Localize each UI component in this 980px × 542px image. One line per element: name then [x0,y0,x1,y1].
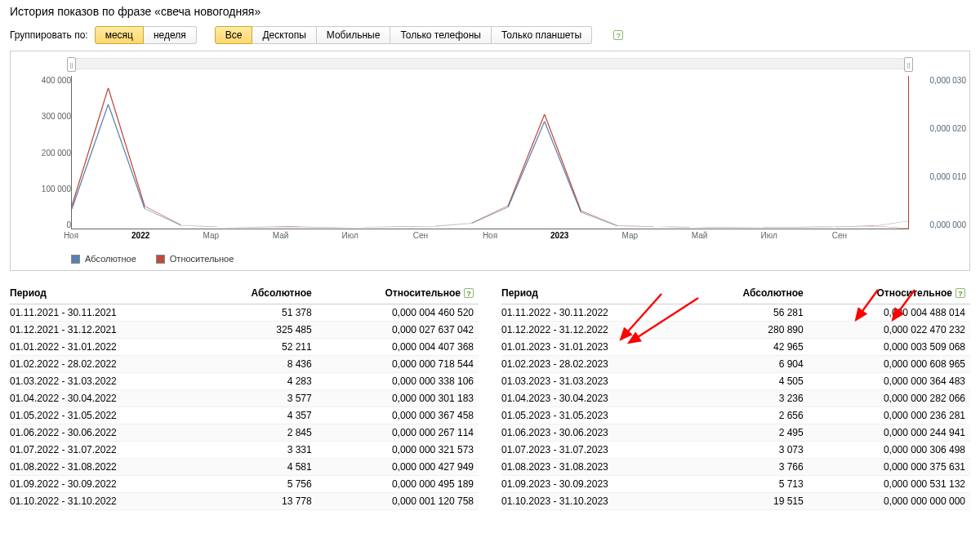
cell-absolute: 19 515 [695,493,808,510]
y-axis-right: 0,000 0300,000 0200,000 0100,000 000 [909,76,966,229]
cell-relative: 0,000 000 375 631 [808,459,970,476]
cell-period: 01.07.2022 - 31.07.2022 [10,442,203,459]
cell-relative: 0,000 004 407 368 [317,339,479,356]
table-row: 01.11.2022 - 30.11.202256 2810,000 004 4… [501,304,970,322]
cell-relative: 0,000 000 427 949 [317,459,479,476]
scrubber-handle-left[interactable]: || [67,57,76,72]
range-scrubber[interactable]: || || [71,58,909,69]
cell-relative: 0,000 027 637 042 [317,322,479,339]
table-row: 01.07.2022 - 31.07.20223 3310,000 000 32… [10,442,479,459]
cell-absolute: 51 378 [203,304,317,322]
cell-absolute: 2 656 [695,407,808,424]
help-icon[interactable]: ? [464,288,474,298]
help-icon[interactable]: ? [956,288,965,298]
controls-bar: Группировать по: месяцнеделя ВсеДесктопы… [0,26,980,51]
table-row: 01.05.2022 - 31.05.20224 3570,000 000 36… [10,407,479,424]
cell-absolute: 325 485 [203,322,317,339]
table-row: 01.08.2022 - 31.08.20224 5810,000 000 42… [10,459,479,476]
cell-period: 01.03.2023 - 31.03.2023 [501,373,695,390]
plot-area [71,76,909,229]
cell-period: 01.04.2022 - 30.04.2022 [10,390,203,407]
group-by-label: Группировать по: [10,29,88,41]
cell-period: 01.11.2021 - 30.11.2021 [10,304,203,322]
table-row: 01.08.2023 - 31.08.20233 7660,000 000 37… [501,459,970,476]
group-by-месяц[interactable]: месяц [95,26,144,44]
cell-relative: 0,000 000 367 458 [317,407,479,424]
cell-absolute: 3 236 [695,390,808,407]
cell-relative: 0,000 000 236 281 [808,407,970,424]
cell-absolute: 6 904 [695,356,808,373]
y-axis-left: 400 000300 000200 000100 0000 [14,76,71,229]
device-filter-option[interactable]: Все [215,26,253,44]
cell-relative: 0,000 000 301 183 [317,390,479,407]
cell-period: 01.04.2023 - 30.04.2023 [501,390,695,407]
legend: Абсолютное Относительное [71,251,234,267]
cell-period: 01.06.2023 - 30.06.2023 [501,424,695,442]
col-period: Период [10,284,203,304]
cell-absolute: 2 495 [695,424,808,442]
legend-swatch-rel [156,255,165,264]
cell-absolute: 4 357 [203,407,317,424]
cell-period: 01.10.2022 - 31.10.2022 [10,493,203,510]
cell-period: 01.12.2022 - 31.12.2022 [501,322,695,339]
cell-period: 01.05.2023 - 31.05.2023 [501,407,695,424]
table-row: 01.09.2022 - 30.09.20225 7560,000 000 49… [10,476,479,493]
cell-period: 01.03.2022 - 31.03.2022 [10,373,203,390]
cell-relative: 0,000 000 267 114 [317,424,479,442]
legend-swatch-abs [71,255,80,264]
cell-absolute: 13 778 [203,493,317,510]
table-row: 01.06.2023 - 30.06.20232 4950,000 000 24… [501,424,970,442]
cell-relative: 0,000 000 321 573 [317,442,479,459]
cell-period: 01.09.2023 - 30.09.2023 [501,476,695,493]
device-filter-option[interactable]: Только телефоны [390,26,492,44]
help-icon[interactable]: ? [613,30,623,40]
cell-absolute: 56 281 [695,304,808,322]
cell-absolute: 4 283 [203,373,317,390]
history-table-right: Период Абсолютное Относительное? 01.11.2… [501,284,970,510]
cell-relative: 0,000 000 718 544 [317,356,479,373]
cell-period: 01.08.2023 - 31.08.2023 [501,459,695,476]
table-row: 01.10.2023 - 31.10.202319 5150,000 000 0… [501,493,970,510]
cell-period: 01.06.2022 - 30.06.2022 [10,424,203,442]
cell-absolute: 42 965 [695,339,808,356]
col-absolute: Абсолютное [695,284,808,304]
cell-relative: 0,000 022 470 232 [808,322,970,339]
cell-relative: 0,000 003 509 068 [808,339,970,356]
cell-absolute: 280 890 [695,322,808,339]
table-row: 01.02.2023 - 28.02.20236 9040,000 000 60… [501,356,970,373]
x-axis: Ноя2022МарМайИюлСенНоя2023МарМайИюлСен [71,231,909,246]
page-title: История показов по фразе «свеча новогодн… [0,0,980,26]
cell-period: 01.01.2023 - 31.01.2023 [501,339,695,356]
col-period: Период [501,284,695,304]
cell-absolute: 4 505 [695,373,808,390]
device-filter-option[interactable]: Мобильные [317,26,391,44]
cell-relative: 0,000 000 364 483 [808,373,970,390]
cell-absolute: 3 766 [695,459,808,476]
cell-relative: 0,000 000 338 106 [317,373,479,390]
history-tables: Период Абсолютное Относительное? 01.11.2… [0,271,980,510]
scrubber-handle-right[interactable]: || [904,57,913,72]
cell-absolute: 3 073 [695,442,808,459]
device-filter-option[interactable]: Десктопы [252,26,316,44]
cell-period: 01.11.2022 - 30.11.2022 [501,304,695,322]
device-filter-option[interactable]: Только планшеты [492,26,592,44]
legend-relative[interactable]: Относительное [156,254,234,264]
cell-period: 01.10.2023 - 31.10.2023 [501,493,695,510]
cell-absolute: 8 436 [203,356,317,373]
table-row: 01.03.2022 - 31.03.20224 2830,000 000 33… [10,373,479,390]
legend-absolute[interactable]: Абсолютное [71,254,136,264]
cell-relative: 0,000 000 531 132 [808,476,970,493]
table-row: 01.12.2021 - 31.12.2021325 4850,000 027 … [10,322,479,339]
cell-absolute: 2 845 [203,424,317,442]
cell-absolute: 4 581 [203,459,317,476]
chart-container: || || 400 000300 000200 000100 0000 0,00… [10,51,970,271]
cell-relative: 0,000 000 495 189 [317,476,479,493]
cell-period: 01.09.2022 - 30.09.2022 [10,476,203,493]
col-relative: Относительное? [808,284,970,304]
history-table-left: Период Абсолютное Относительное? 01.11.2… [10,284,479,510]
cell-relative: 0,000 000 282 066 [808,390,970,407]
cell-relative: 0,000 004 460 520 [317,304,479,322]
group-by-неделя[interactable]: неделя [144,26,197,44]
cell-relative: 0,000 000 244 941 [808,424,970,442]
cell-period: 01.08.2022 - 31.08.2022 [10,459,203,476]
